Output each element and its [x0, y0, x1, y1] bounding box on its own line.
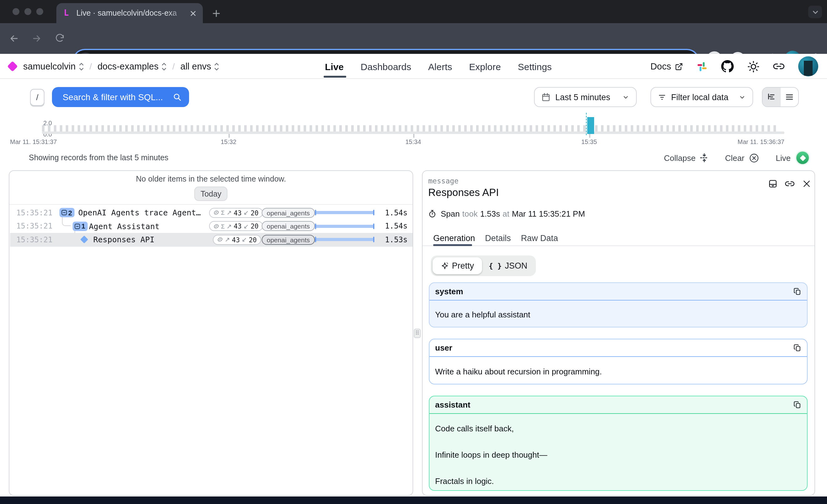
flat-list-icon — [785, 93, 794, 101]
live-label: Live — [776, 153, 791, 162]
copy-link-icon[interactable] — [785, 179, 794, 189]
timeline-histogram[interactable]: 2.0 0.0 Mar 11. 15:31:37 15:32 15:34 15:… — [0, 113, 827, 150]
clear-button[interactable]: Clear — [725, 152, 760, 163]
token-usage-badge[interactable]: Σ ↗43 ↙20 — [209, 208, 263, 218]
slack-icon[interactable] — [697, 61, 708, 72]
macos-minimize-button[interactable] — [25, 8, 31, 15]
token-usage-badge[interactable]: ↗43 ↙20 — [213, 235, 261, 245]
tokens-in-arrow-icon: ↗ — [227, 209, 232, 216]
filter-value: Filter local data — [671, 92, 728, 102]
new-tab-button[interactable] — [210, 7, 222, 19]
today-pill[interactable]: Today — [194, 187, 228, 201]
back-button[interactable] — [7, 31, 21, 45]
message-text: Write a haiku about recursion in program… — [430, 357, 807, 385]
macos-close-button[interactable] — [12, 8, 19, 15]
span-diamond-icon — [80, 236, 88, 244]
duration-bar — [315, 238, 374, 241]
copy-icon[interactable] — [793, 344, 801, 352]
tab-generation[interactable]: Generation — [433, 234, 475, 243]
tab-close-icon[interactable] — [188, 8, 198, 18]
message-header: assistant — [430, 396, 807, 414]
browser-window: L Live · samuelcolvin/docs-exa logfir — [0, 0, 827, 504]
flat-view-button[interactable] — [780, 88, 798, 106]
github-icon[interactable] — [721, 60, 734, 72]
scope-tag[interactable]: openai_agents — [262, 221, 315, 231]
forward-button[interactable] — [30, 31, 43, 45]
trace-row-agent-assistant[interactable]: 15:35:21 1 Agent Assistant Σ ↗43 ↙20 ope… — [10, 219, 413, 233]
collapse-count-badge[interactable]: 2 — [59, 208, 75, 217]
span-timestamp: Mar 11 15:35:21 PM — [512, 209, 585, 218]
message-card-assistant: assistant Code calls itself back, Infini… — [429, 396, 808, 491]
collapse-button[interactable]: Collapse — [664, 153, 709, 162]
span-at: at — [503, 209, 509, 218]
chevron-down-icon — [622, 94, 629, 100]
macos-zoom-button[interactable] — [36, 8, 43, 15]
message-text: Code calls itself back, Infinite loops i… — [430, 414, 807, 491]
collapse-count-badge[interactable]: 1 — [72, 222, 88, 231]
copy-icon[interactable] — [793, 287, 801, 296]
close-panel-icon[interactable] — [802, 179, 811, 189]
duration-bar — [315, 211, 374, 214]
tab-dashboards[interactable]: Dashboards — [360, 61, 411, 72]
role-label: user — [435, 343, 793, 352]
scope-tag[interactable]: openai_agents — [262, 208, 315, 218]
tab-raw-data[interactable]: Raw Data — [521, 234, 558, 243]
row-timestamp: 15:35:21 — [16, 236, 53, 244]
reload-button[interactable] — [53, 31, 66, 45]
breadcrumb-project[interactable]: docs-examples — [97, 61, 166, 71]
dock-panel-icon[interactable] — [768, 179, 778, 189]
x-tick-mark — [229, 134, 230, 138]
theme-sun-icon[interactable] — [747, 60, 760, 72]
detail-title: Responses API — [428, 187, 499, 198]
search-sql-button[interactable]: Search & filter with SQL... — [52, 87, 189, 107]
live-toggle-button[interactable]: Live — [776, 150, 810, 165]
span-detail-panel: message Responses API Span took 1.53s at… — [422, 170, 815, 496]
copy-icon[interactable] — [793, 401, 801, 409]
tab-details[interactable]: Details — [485, 234, 511, 243]
token-coin-icon — [217, 237, 223, 243]
span-name: OpenAI Agents trace Agent… — [78, 208, 201, 217]
pretty-view-button[interactable]: Pretty — [433, 257, 482, 274]
x-label-1532: 15:32 — [221, 138, 236, 145]
external-link-icon — [675, 62, 683, 70]
logfire-favicon-icon: L — [64, 9, 71, 17]
tab-search-chevron-icon[interactable] — [808, 6, 822, 18]
main-nav: Live Dashboards Alerts Explore Settings — [325, 54, 552, 79]
breadcrumb-separator: / — [172, 61, 175, 71]
search-placeholder: Search & filter with SQL... — [63, 92, 173, 102]
slash-shortcut-key[interactable]: / — [30, 89, 44, 106]
token-coin-icon — [213, 210, 219, 216]
live-toggle[interactable] — [795, 150, 810, 165]
role-label: assistant — [435, 400, 793, 409]
tree-view-button[interactable] — [763, 88, 780, 106]
docs-label: Docs — [650, 61, 671, 71]
scope-tag[interactable]: openai_agents — [262, 235, 315, 245]
panel-resize-handle[interactable]: ⠿ — [414, 329, 421, 338]
x-label-1535: 15:35 — [581, 138, 597, 145]
breadcrumb-env[interactable]: all envs — [180, 61, 219, 71]
time-range-dropdown[interactable]: Last 5 minutes — [534, 87, 637, 107]
x-label-end: Mar 11. 15:36:37 — [737, 138, 784, 145]
collapse-square-icon — [75, 223, 80, 229]
token-usage-badge[interactable]: Σ ↗43 ↙20 — [209, 221, 263, 231]
tab-alerts[interactable]: Alerts — [428, 61, 452, 72]
span-duration: 1.53s — [480, 209, 500, 218]
tab-settings[interactable]: Settings — [518, 61, 551, 72]
trace-row-openai-agents-trace[interactable]: 15:35:21 2 OpenAI Agents trace Agent… Σ … — [10, 206, 413, 219]
timeline-activity-bar[interactable] — [587, 117, 594, 134]
app-header: samuelcolvin / docs-examples / all envs … — [0, 54, 827, 79]
tab-explore[interactable]: Explore — [469, 61, 501, 72]
tab-live[interactable]: Live — [325, 61, 344, 72]
user-avatar[interactable] — [798, 56, 818, 77]
json-view-button[interactable]: { } JSON — [482, 257, 534, 274]
docs-link[interactable]: Docs — [650, 61, 683, 71]
share-link-icon[interactable] — [773, 61, 784, 72]
breadcrumb-org[interactable]: samuelcolvin — [23, 61, 84, 71]
status-actions: Collapse Clear Live — [664, 150, 810, 165]
span-summary: Span took 1.53s at Mar 11 15:35:21 PM — [428, 209, 585, 218]
filter-local-data-dropdown[interactable]: Filter local data — [650, 87, 753, 107]
tokens-out-arrow-icon: ↙ — [244, 209, 249, 216]
trace-row-responses-api-selected[interactable]: 15:35:21 Responses API ↗43 ↙20 openai_ag… — [10, 233, 413, 246]
logfire-logo-icon[interactable] — [7, 61, 18, 72]
browser-tab[interactable]: L Live · samuelcolvin/docs-exa — [56, 3, 203, 23]
